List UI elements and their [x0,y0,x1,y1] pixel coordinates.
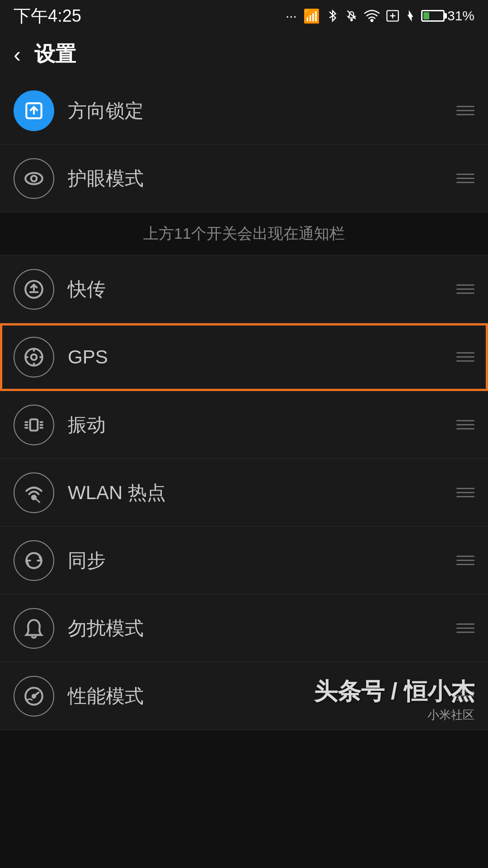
settings-item-gps[interactable]: GPS [0,323,488,391]
status-bar: 下午4:25 ··· 📶 [0,0,488,32]
wlan-hotspot-drag-handle[interactable] [456,488,474,497]
direction-icon-circle [14,90,54,131]
status-icons: ··· 📶 [286,8,474,24]
sync-icon-circle [14,540,54,581]
top-bar: ‹ 设置 [0,32,488,77]
battery-fill [423,12,429,19]
direction-icon [23,99,45,122]
settings-item-sync[interactable]: 同步 [0,527,488,594]
settings-item-dnd[interactable]: 勿扰模式 [0,594,488,662]
gps-label: GPS [68,346,456,368]
wlan-hotspot-label: WLAN 热点 [68,480,456,505]
wlan-hotspot-icon-circle [14,472,54,513]
eye-care-icon [23,167,45,190]
svg-point-7 [31,175,37,181]
wifi-icon [364,9,380,23]
settings-item-eye-care[interactable]: 护眼模式 [0,145,488,212]
svg-point-0 [351,19,352,20]
svg-rect-15 [30,419,38,430]
dnd-icon [23,617,45,640]
battery-container: 31% [421,8,474,24]
battery-percent: 31% [447,8,474,24]
sync-icon [23,549,45,572]
gps-icon-circle [14,337,54,377]
hint-row: 上方11个开关会出现在通知栏 [0,212,488,255]
quick-share-label: 快传 [68,277,456,302]
bluetooth-icon: 📶 [303,8,320,24]
sync-label: 同步 [68,548,456,573]
performance-icon-circle [14,676,54,717]
status-time: 下午4:25 [14,5,81,28]
back-button[interactable]: ‹ [14,42,21,67]
gps-drag-handle[interactable] [456,352,474,362]
performance-icon [23,685,45,708]
direction-drag-handle[interactable] [456,106,474,115]
settings-item-wlan-hotspot[interactable]: WLAN 热点 [0,459,488,527]
dnd-icon-circle [14,608,54,649]
quick-share-icon [23,278,45,301]
eye-care-label: 护眼模式 [68,166,456,191]
charge-icon [406,9,415,23]
settings-item-vibrate[interactable]: 振动 [0,391,488,459]
wlan-hotspot-icon [23,481,45,504]
svg-point-1 [371,19,373,22]
sync-drag-handle[interactable] [456,556,474,565]
hint-text: 上方11个开关会出现在通知栏 [143,225,345,242]
performance-label: 性能模式 [68,684,456,709]
svg-point-26 [33,694,35,697]
dnd-drag-handle[interactable] [456,623,474,633]
mute-icon [345,9,358,23]
quick-share-drag-handle[interactable] [456,284,474,294]
svg-point-10 [31,354,37,360]
performance-drag-handle[interactable] [456,691,474,701]
vibrate-drag-handle[interactable] [456,420,474,429]
settings-item-direction[interactable]: 方向锁定 [0,77,488,145]
page-title: 设置 [34,40,76,68]
dots-icon: ··· [286,8,297,24]
svg-point-6 [25,173,42,184]
vibrate-icon-circle [14,405,54,445]
content: 方向锁定 护眼模式 上方11个开关会出现在通知栏 [0,77,488,730]
svg-line-23 [36,499,39,502]
vibrate-icon [23,414,45,436]
eye-care-drag-handle[interactable] [456,174,474,183]
direction-label: 方向锁定 [68,98,456,123]
battery-bar [421,10,445,22]
dnd-label: 勿扰模式 [68,616,456,641]
screen-record-icon [386,9,399,22]
quick-share-icon-circle [14,269,54,310]
settings-item-performance[interactable]: 性能模式 [0,662,488,730]
eye-care-icon-circle [14,158,54,199]
gps-icon [23,346,45,368]
settings-item-quick-share[interactable]: 快传 [0,255,488,323]
vibrate-label: 振动 [68,412,456,438]
bluetooth-icon [326,9,339,23]
